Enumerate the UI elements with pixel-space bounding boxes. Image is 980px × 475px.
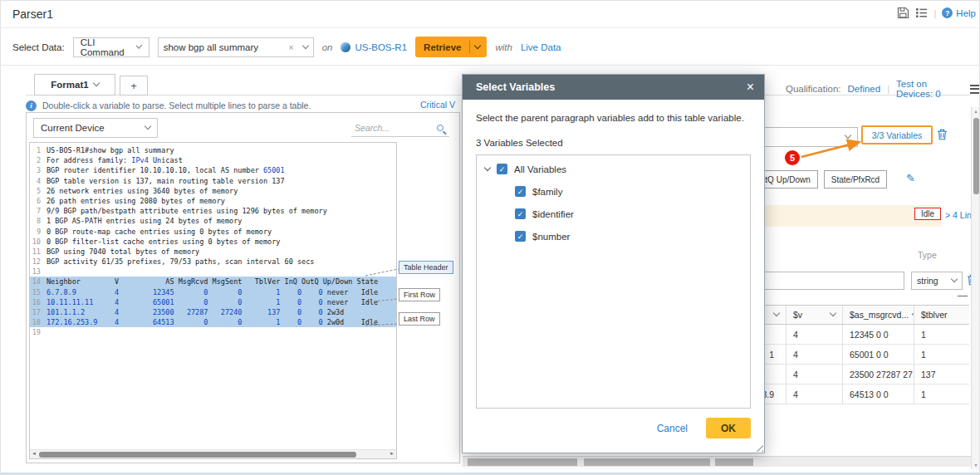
- tab-format1[interactable]: Format1: [34, 74, 115, 95]
- divider: |: [887, 84, 889, 94]
- chevron-down-icon: [136, 42, 143, 49]
- ok-button[interactable]: OK: [706, 418, 751, 438]
- callout-last-row[interactable]: Last Row: [399, 312, 440, 326]
- scroll-segment: [468, 458, 577, 466]
- top-header: Parser1 | ? Help: [1, 1, 979, 28]
- line-text: BGP using 7040 total bytes of memory: [47, 247, 199, 256]
- line-number: 8: [30, 216, 47, 226]
- collapse-icon[interactable]: —: [958, 290, 968, 301]
- code-line-7[interactable]: 79/9 BGP path/bestpath attribute entries…: [30, 206, 396, 216]
- code-line-3[interactable]: 3BGP router identifier 10.10.10.10, loca…: [30, 165, 396, 175]
- col-label: $as_msgrcvd...: [850, 310, 909, 320]
- result-cell: 4: [786, 384, 843, 404]
- code-line-19[interactable]: 19: [30, 327, 396, 337]
- cancel-button[interactable]: Cancel: [657, 423, 688, 434]
- checkbox-checked-icon[interactable]: ✓: [515, 231, 526, 242]
- scroll-left-arrow[interactable]: ◄: [32, 451, 37, 456]
- line-text: 26 path entries using 2080 bytes of memo…: [47, 197, 225, 205]
- code-line-14[interactable]: 14Neighbor V AS MsgRcvd MsgSent TblVer I…: [30, 277, 396, 286]
- dialog-header[interactable]: Select Variables ×: [463, 75, 764, 100]
- line-text: 10.11.11.11 4 65001 0 0 1 0 0 never Idle: [47, 298, 378, 306]
- callout-table-header[interactable]: Table Header: [399, 261, 453, 274]
- line-number: 3: [30, 165, 47, 175]
- code-editor-lines: 1US-BOS-R1#show bgp all summary2For addr…: [30, 143, 396, 338]
- line-number: 19: [30, 327, 47, 337]
- line-text: BGP activity 61/35 prefixes, 79/53 paths…: [47, 257, 314, 266]
- checkbox-checked-icon[interactable]: ✓: [515, 186, 526, 197]
- clear-icon[interactable]: ×: [288, 42, 293, 52]
- tree-item-identifier[interactable]: ✓$identifier: [515, 208, 750, 219]
- callout-first-row[interactable]: First Row: [399, 288, 440, 301]
- result-cell: 23500 27287 27...: [843, 365, 914, 384]
- line-number: 6: [30, 196, 47, 206]
- chevron-down-icon[interactable]: [773, 310, 780, 316]
- code-line-16[interactable]: 1610.11.11.11 4 65001 0 0 1 0 0 never Id…: [30, 297, 396, 307]
- code-line-8[interactable]: 81 BGP AS-PATH entries using 24 bytes of…: [30, 216, 396, 226]
- horizontal-scrollbar[interactable]: ◄ ►: [30, 449, 396, 458]
- close-icon[interactable]: ×: [747, 81, 754, 94]
- command-value: show bgp all summary: [164, 42, 258, 52]
- code-line-18[interactable]: 18172.16.253.9 4 64513 0 0 1 0 0 2w0d Id…: [30, 317, 396, 327]
- code-line-12[interactable]: 12BGP activity 61/35 prefixes, 79/53 pat…: [30, 257, 396, 267]
- code-line-17[interactable]: 17101.1.1.2 4 23500 27287 27240 137 0 0 …: [30, 307, 396, 317]
- device-scope-dropdown[interactable]: Current Device: [33, 118, 158, 138]
- chevron-down-icon[interactable]: [484, 164, 491, 170]
- code-line-1[interactable]: 1US-BOS-R1#show bgp all summary: [30, 145, 396, 155]
- help-link[interactable]: ? Help: [942, 7, 976, 18]
- code-line-2[interactable]: 2For address family: IPv4 Unicast: [30, 155, 396, 165]
- chevron-down-icon[interactable]: [301, 42, 308, 48]
- add-format-tab-button[interactable]: +: [120, 76, 148, 95]
- tree-item-number[interactable]: ✓$number: [515, 231, 750, 242]
- search-input[interactable]: Search...: [351, 120, 449, 137]
- select-variables-dialog: Select Variables × Select the parent par…: [462, 74, 765, 453]
- code-line-13[interactable]: 13: [30, 267, 396, 277]
- code-line-11[interactable]: 11BGP using 7040 total bytes of memory: [30, 247, 396, 257]
- qualification-defined-link[interactable]: Defined: [847, 84, 880, 94]
- result-col-tblver[interactable]: $tblver: [914, 306, 968, 324]
- bottom-table-strip: [463, 456, 971, 467]
- scrollbar-thumb[interactable]: [39, 452, 356, 458]
- chevron-down-icon[interactable]: [830, 310, 836, 316]
- checkbox-checked-icon[interactable]: ✓: [515, 208, 526, 219]
- chevron-down-icon[interactable]: [474, 42, 481, 48]
- result-col-v[interactable]: $v: [786, 306, 843, 324]
- scrollbar-thumb[interactable]: [973, 118, 979, 194]
- layout-list-icon[interactable]: [915, 7, 928, 18]
- code-line-6[interactable]: 626 path entries using 2080 bytes of mem…: [30, 196, 396, 206]
- scroll-up-arrow[interactable]: ▲: [972, 109, 980, 114]
- retrieve-button[interactable]: Retrieve: [415, 37, 487, 57]
- vertical-scrollbar[interactable]: ▲ ▼: [971, 107, 980, 469]
- result-col-as_msgrcvd...[interactable]: $as_msgrcvd...: [843, 306, 914, 324]
- data-type-dropdown[interactable]: CLI Command: [73, 37, 149, 57]
- test-on-devices-link[interactable]: Test on Devices: 0: [896, 79, 963, 99]
- column-chip-state-pfxrcd[interactable]: State/PfxRcd: [824, 170, 887, 189]
- menu-icon[interactable]: [970, 85, 979, 94]
- search-icon: [437, 125, 443, 131]
- tree-item-all-variables[interactable]: ✓ All Variables: [485, 164, 750, 174]
- code-line-15[interactable]: 156.7.8.9 4 12345 0 0 1 0 0 never Idle: [30, 287, 396, 297]
- tree-item-family[interactable]: ✓$family: [515, 186, 750, 197]
- type-dropdown[interactable]: string: [911, 272, 963, 290]
- dialog-buttons: Cancel OK: [657, 418, 751, 438]
- device-link[interactable]: US-BOS-R1: [341, 42, 407, 52]
- scroll-right-arrow[interactable]: ►: [390, 451, 394, 456]
- save-icon[interactable]: [897, 7, 909, 19]
- code-line-4[interactable]: 4BGP table version is 137, main routing …: [30, 176, 396, 186]
- live-data-link[interactable]: Live Data: [521, 42, 561, 52]
- code-line-9[interactable]: 90 BGP route-map cache entries using 0 b…: [30, 227, 396, 237]
- critical-variables-link[interactable]: Critical V: [420, 100, 455, 110]
- command-input[interactable]: show bgp all summary ×: [158, 37, 314, 57]
- data-type-value: CLI Command: [81, 37, 133, 57]
- resize-handle[interactable]: [754, 443, 763, 452]
- code-line-5[interactable]: 526 network entries using 3640 bytes of …: [30, 186, 396, 196]
- trash-icon[interactable]: [937, 129, 948, 143]
- cli-output-editor[interactable]: 1US-BOS-R1#show bgp all summary2For addr…: [29, 142, 397, 459]
- info-message: Double-click a variable to parse. Select…: [42, 100, 311, 110]
- line-text: BGP table version is 137, main routing t…: [47, 177, 285, 185]
- checkbox-checked-icon[interactable]: ✓: [497, 164, 507, 174]
- chevron-down-icon[interactable]: [92, 80, 99, 86]
- scroll-down-arrow[interactable]: ▼: [972, 463, 980, 468]
- code-line-10[interactable]: 100 BGP filter-list cache entries using …: [30, 237, 396, 247]
- qualification-label: Qualification:: [786, 84, 840, 94]
- edit-pencil-icon[interactable]: ✎: [906, 172, 915, 184]
